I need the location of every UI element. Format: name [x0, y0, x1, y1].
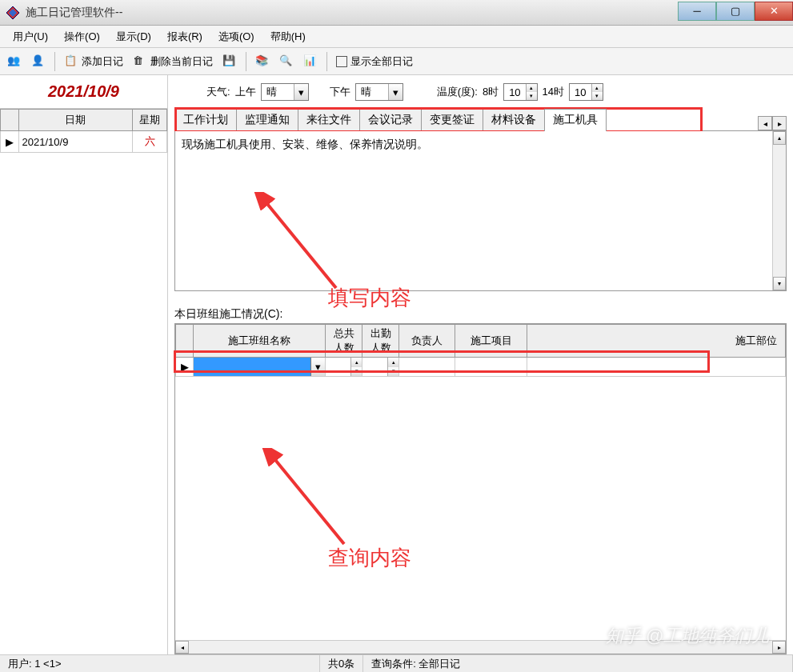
- menu-user[interactable]: 用户(U): [5, 28, 56, 46]
- col-total[interactable]: 总共人数: [326, 325, 362, 358]
- description-area[interactable]: 现场施工机具使用、安装、维修、保养情况说明。 ▴▾: [174, 131, 787, 291]
- weather-row: 天气: 上午 晴▾ 下午 晴▾ 温度(度): 8时 10 ▴▾ 14时 10 ▴…: [174, 80, 787, 109]
- menu-display[interactable]: 显示(D): [108, 28, 159, 46]
- delete-diary-button[interactable]: 🗑 删除当前日记: [129, 51, 217, 72]
- toolbar-icon-2[interactable]: 👤: [27, 51, 50, 72]
- tab-supervision[interactable]: 监理通知: [236, 109, 298, 130]
- delete-icon: 🗑: [133, 54, 147, 69]
- row-marker: ▶: [176, 358, 194, 377]
- leader-cell[interactable]: [399, 358, 455, 377]
- tab-scroll-right[interactable]: ▸: [772, 116, 787, 130]
- team-grid: 施工班组名称 总共人数 出勤人数 负责人 施工项目 施工部位 ▶ ▾ ▴▾ ▴▾: [174, 323, 787, 654]
- weather-label: 天气:: [206, 85, 230, 99]
- col-leader[interactable]: 负责人: [399, 325, 455, 358]
- am-label: 上午: [235, 85, 256, 99]
- menu-report[interactable]: 报表(R): [159, 28, 210, 46]
- window-title: 施工日记管理软件--: [26, 6, 678, 20]
- temp1-spinner[interactable]: 10 ▴▾: [503, 83, 537, 101]
- save-button[interactable]: 💾: [218, 51, 241, 72]
- tab-files[interactable]: 来往文件: [298, 109, 360, 130]
- present-spinner[interactable]: ▴▾: [362, 358, 399, 377]
- show-all-button[interactable]: 显示全部日记: [332, 51, 417, 72]
- left-panel: 2021/10/9 日期 星期 ▶ 2021/10/9 六: [0, 75, 168, 654]
- toolbar-icon-6[interactable]: 🔍: [275, 51, 298, 72]
- tab-row: 工作计划 监理通知 来往文件 会议记录 变更签证 材料设备 施工机具 ◂ ▸: [174, 109, 787, 131]
- date-list: 日期 星期 ▶ 2021/10/9 六: [0, 109, 167, 654]
- time1-label: 8时: [483, 85, 499, 99]
- tab-work-plan[interactable]: 工作计划: [174, 109, 237, 130]
- tab-meeting[interactable]: 会议记录: [359, 109, 422, 130]
- vertical-scrollbar[interactable]: ▴▾: [772, 131, 786, 290]
- pm-weather-combo[interactable]: 晴▾: [355, 83, 403, 101]
- horizontal-scrollbar[interactable]: ◂▸: [175, 640, 786, 654]
- toolbar: 👥 👤 📋 添加日记 🗑 删除当前日记 💾 📚 🔍 📊 显示全部日记: [0, 48, 793, 75]
- toolbar-icon-7[interactable]: 📊: [299, 51, 322, 72]
- tab-scroll-left[interactable]: ◂: [758, 116, 772, 130]
- pm-label: 下午: [330, 85, 350, 99]
- menubar: 用户(U) 操作(O) 显示(D) 报表(R) 选项(O) 帮助(H): [0, 26, 793, 48]
- team-name-dropdown[interactable]: ▾: [194, 358, 326, 377]
- toolbar-icon-1[interactable]: 👥: [3, 51, 26, 72]
- status-user: 用户: 1 <1>: [0, 655, 320, 672]
- team-section-header: 本日班组施工情况(C):: [174, 306, 787, 323]
- project-cell[interactable]: [455, 358, 527, 377]
- col-location[interactable]: 施工部位: [527, 325, 786, 358]
- add-diary-button[interactable]: 📋 添加日记: [60, 51, 127, 72]
- tab-change[interactable]: 变更签证: [421, 109, 483, 130]
- am-weather-combo[interactable]: 晴▾: [261, 83, 309, 101]
- menu-help[interactable]: 帮助(H): [262, 28, 314, 46]
- row-marker: ▶: [1, 131, 19, 153]
- add-icon: 📋: [64, 54, 78, 69]
- temp2-spinner[interactable]: 10 ▴▾: [569, 83, 603, 101]
- chevron-down-icon: ▾: [388, 84, 403, 100]
- date-row[interactable]: ▶ 2021/10/9 六: [1, 131, 167, 153]
- team-row[interactable]: ▶ ▾ ▴▾ ▴▾: [176, 358, 786, 377]
- app-icon: [5, 5, 21, 21]
- close-button[interactable]: ✕: [755, 2, 793, 21]
- maximize-button[interactable]: ▢: [716, 2, 755, 21]
- save-icon: 💾: [222, 54, 237, 69]
- toolbar-icon-5[interactable]: 📚: [251, 51, 274, 72]
- right-panel: 天气: 上午 晴▾ 下午 晴▾ 温度(度): 8时 10 ▴▾ 14时 10 ▴…: [168, 75, 793, 654]
- chevron-down-icon: ▾: [310, 358, 325, 376]
- col-present[interactable]: 出勤人数: [362, 325, 399, 358]
- status-count: 共0条: [320, 655, 363, 672]
- minimize-button[interactable]: ─: [678, 2, 716, 21]
- col-date[interactable]: 日期: [18, 110, 133, 131]
- chevron-down-icon: ▾: [294, 84, 308, 100]
- current-date-header: 2021/10/9: [0, 75, 167, 109]
- location-cell[interactable]: [527, 358, 786, 377]
- show-all-checkbox[interactable]: [336, 56, 347, 67]
- total-spinner[interactable]: ▴▾: [326, 358, 362, 377]
- tab-material[interactable]: 材料设备: [483, 109, 545, 130]
- menu-options[interactable]: 选项(O): [210, 28, 262, 46]
- status-query: 查询条件: 全部日记: [363, 655, 793, 672]
- time2-label: 14时: [543, 85, 564, 99]
- col-team-name[interactable]: 施工班组名称: [194, 325, 326, 358]
- temp-label: 温度(度):: [437, 85, 478, 99]
- menu-operation[interactable]: 操作(O): [56, 28, 108, 46]
- col-weekday[interactable]: 星期: [133, 110, 167, 131]
- titlebar: 施工日记管理软件-- ─ ▢ ✕: [0, 0, 793, 26]
- col-project[interactable]: 施工项目: [455, 325, 527, 358]
- description-text: 现场施工机具使用、安装、维修、保养情况说明。: [182, 138, 779, 152]
- tab-equipment[interactable]: 施工机具: [544, 109, 607, 131]
- status-bar: 用户: 1 <1> 共0条 查询条件: 全部日记: [0, 654, 793, 672]
